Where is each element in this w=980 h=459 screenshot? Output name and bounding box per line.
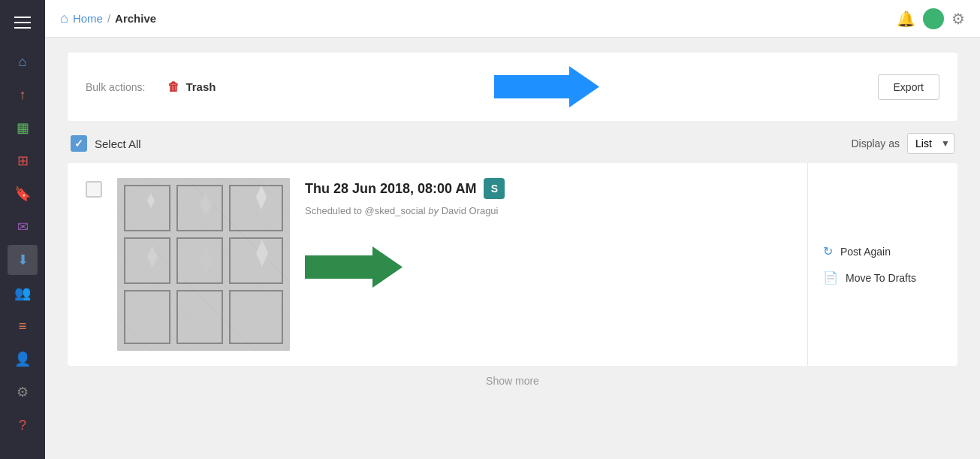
page-title: Archive: [115, 12, 156, 25]
post-card-main: Thu 28 Jun 2018, 08:00 AM S Scheduled to…: [68, 163, 807, 366]
main-area: ⌂ Home / Archive 🔔 ⚙ Bulk actions: 🗑 Tra…: [45, 0, 980, 459]
post-scheduled-by: Scheduled to @sked_social by David Oragu…: [305, 205, 789, 216]
display-as-select[interactable]: List Grid: [907, 133, 954, 154]
sidebar-item-profile[interactable]: 👤: [8, 344, 38, 374]
status-dot: [923, 8, 944, 29]
post-details: Thu 28 Jun 2018, 08:00 AM S Scheduled to…: [305, 178, 789, 351]
settings-icon[interactable]: ⚙: [951, 10, 965, 28]
display-as-wrapper: List Grid ▼: [907, 133, 954, 154]
display-as-label: Display as: [851, 137, 900, 149]
sidebar-item-settings[interactable]: ⚙: [8, 377, 38, 407]
move-to-drafts-label: Move To Drafts: [846, 272, 916, 284]
select-all-area: Select All: [71, 135, 141, 152]
sidebar-item-archive[interactable]: ⬇: [8, 245, 38, 275]
post-again-label: Post Again: [840, 246, 891, 258]
green-arrow-area: [305, 246, 789, 288]
sidebar: ⌂ ↑ ▦ ⊞ 🔖 ✉ ⬇ 👥 ≡ 👤 ⚙ ?: [0, 0, 45, 459]
show-more-label: Show more: [486, 375, 539, 387]
trash-button[interactable]: 🗑 Trash: [167, 80, 216, 94]
blue-arrow-area: [231, 66, 862, 107]
sidebar-item-bookmark[interactable]: 🔖: [8, 179, 38, 209]
post-image-placeholder: [117, 178, 290, 351]
post-account: @sked_social: [365, 205, 426, 216]
sidebar-item-calendar[interactable]: ▦: [8, 113, 38, 143]
post-card-actions: ↻ Post Again 📄 Move To Drafts: [807, 163, 957, 366]
svg-marker-0: [494, 66, 599, 107]
svg-marker-26: [305, 246, 403, 288]
export-button[interactable]: Export: [878, 74, 939, 100]
sidebar-item-users[interactable]: 👥: [8, 278, 38, 308]
post-again-button[interactable]: ↻ Post Again: [823, 244, 891, 258]
sidebar-item-grid[interactable]: ⊞: [8, 146, 38, 176]
post-card: Thu 28 Jun 2018, 08:00 AM S Scheduled to…: [68, 163, 957, 366]
topbar: ⌂ Home / Archive 🔔 ⚙: [45, 0, 980, 38]
blue-arrow-icon: [494, 66, 599, 107]
post-author: David Oragui: [442, 205, 499, 216]
show-more-area[interactable]: Show more: [68, 366, 957, 396]
post-checkbox[interactable]: [86, 181, 102, 198]
draft-icon: 📄: [823, 270, 838, 285]
sidebar-item-home[interactable]: ⌂: [8, 47, 38, 77]
move-to-drafts-button[interactable]: 📄 Move To Drafts: [823, 270, 916, 285]
refresh-icon: ↻: [823, 244, 833, 258]
sidebar-item-help[interactable]: ?: [8, 410, 38, 440]
topbar-actions: 🔔 ⚙: [897, 8, 965, 29]
content-area: Bulk actions: 🗑 Trash Export Select All …: [45, 38, 980, 459]
post-datetime: Thu 28 Jun 2018, 08:00 AM S: [305, 178, 789, 199]
sidebar-item-upload[interactable]: ↑: [8, 80, 38, 110]
trash-icon: 🗑: [167, 80, 179, 94]
home-link[interactable]: Home: [73, 12, 103, 25]
trash-label: Trash: [185, 80, 216, 93]
post-image: [117, 178, 290, 351]
post-image-svg: [117, 178, 290, 351]
breadcrumb-separator: /: [107, 12, 110, 25]
select-all-label: Select All: [95, 137, 141, 150]
list-controls: Select All Display as List Grid ▼: [68, 133, 957, 154]
bulk-actions-label: Bulk actions:: [86, 81, 145, 93]
menu-button[interactable]: [8, 8, 38, 38]
notifications-icon[interactable]: 🔔: [897, 10, 915, 28]
green-arrow-icon: [305, 246, 403, 288]
breadcrumb: ⌂ Home / Archive: [60, 11, 891, 26]
sidebar-item-inbox[interactable]: ✉: [8, 212, 38, 242]
bulk-actions-bar: Bulk actions: 🗑 Trash Export: [68, 53, 957, 121]
platform-badge: S: [484, 178, 505, 199]
select-all-checkbox[interactable]: [71, 135, 87, 152]
post-checkbox-area: [86, 178, 102, 351]
display-as-area: Display as List Grid ▼: [851, 133, 954, 154]
sidebar-item-layers[interactable]: ≡: [8, 311, 38, 341]
home-icon: ⌂: [60, 11, 68, 26]
